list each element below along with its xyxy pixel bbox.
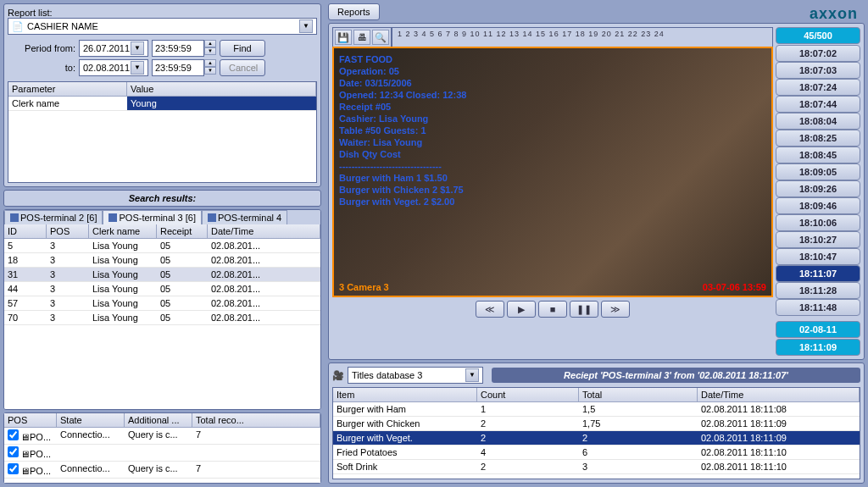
report-list-dropdown[interactable]: 📄 CASHIER NAME ▼ — [8, 18, 317, 35]
timestamp-button[interactable]: 18:09:05 — [776, 163, 860, 180]
find-button[interactable]: Find — [220, 40, 265, 57]
search-results-header: Search results: — [3, 190, 321, 207]
table-row[interactable]: Burger with Ham11,502.08.2011 18:11:08 — [333, 402, 860, 417]
date-to-input[interactable]: 02.08.2011▼ — [79, 59, 148, 76]
col-additional[interactable]: Additional ... — [125, 413, 192, 427]
overlay-line: Dish Qty Cost — [339, 148, 766, 160]
table-row[interactable]: 🖥PO...Connectio...Query is c...7 — [4, 428, 320, 445]
chevron-down-icon: ▼ — [131, 61, 144, 75]
terminal-icon — [10, 213, 19, 222]
rewind-button[interactable]: ≪ — [476, 301, 504, 318]
pos-terminal-tab[interactable]: POS-terminal 3 [6] — [103, 210, 201, 224]
timeline-ruler[interactable]: 1 2 3 4 5 6 7 8 9 10 11 12 13 14 15 16 1… — [392, 27, 773, 47]
chevron-down-icon: ▼ — [299, 19, 313, 33]
col-count[interactable]: Count — [477, 388, 579, 401]
timestamp-button[interactable]: 18:07:24 — [776, 79, 860, 96]
table-row[interactable]: 183Lisa Young0502.08.201... — [4, 253, 320, 268]
table-row[interactable]: 443Lisa Young0502.08.201... — [4, 282, 320, 296]
timestamp-button[interactable]: 18:11:48 — [776, 299, 860, 316]
pos-terminal-tab[interactable]: POS-terminal 4 — [202, 210, 287, 224]
param-name: Clerk name — [8, 97, 127, 110]
table-row[interactable]: Soft Drink2302.08.2011 18:11:10 — [333, 460, 860, 474]
col-state[interactable]: State — [57, 413, 125, 427]
time-from-input[interactable] — [152, 40, 204, 57]
chevron-down-icon: ▼ — [465, 368, 479, 382]
timestamp-button[interactable]: 18:09:46 — [776, 197, 860, 214]
playback-controls: ≪ ▶ ■ ❚❚ ≫ — [332, 297, 773, 321]
results-tabs: POS-terminal 2 [6]POS-terminal 3 [6]POS-… — [4, 210, 320, 224]
report-list-value: CASHIER NAME — [27, 21, 98, 31]
video-panel: 💾 🖶 🔍 1 2 3 4 5 6 7 8 9 10 11 12 13 14 1… — [328, 23, 865, 360]
col-datetime[interactable]: Date/Time — [208, 224, 320, 238]
table-row[interactable]: 573Lisa Young0502.08.201... — [4, 296, 320, 311]
col-total[interactable]: Total — [579, 388, 698, 401]
terminal-icon — [108, 213, 117, 222]
time-to-spinner[interactable]: ▲▼ — [204, 59, 216, 76]
value-header[interactable]: Value — [127, 82, 316, 96]
forward-button[interactable]: ≫ — [601, 301, 630, 318]
pos-checkbox[interactable] — [8, 429, 19, 440]
table-row[interactable]: 🖥PO... — [4, 445, 320, 462]
cancel-button[interactable]: Cancel — [220, 59, 265, 76]
report-list-label: Report list: — [8, 8, 317, 18]
table-row[interactable]: 703Lisa Young0502.08.201... — [4, 311, 320, 325]
timestamp-button[interactable]: 18:08:04 — [776, 113, 860, 130]
current-date-pill: 02-08-11 — [776, 321, 860, 338]
timestamp-button[interactable]: 18:10:47 — [776, 248, 860, 265]
col-datetime2[interactable]: Date/Time — [698, 388, 860, 401]
param-row[interactable]: Clerk name Young — [8, 97, 316, 111]
chevron-down-icon: ▼ — [131, 42, 144, 55]
time-from-spinner[interactable]: ▲▼ — [204, 40, 216, 57]
table-row[interactable]: Burger with Chicken21,7502.08.2011 18:11… — [333, 417, 860, 431]
col-item[interactable]: Item — [333, 388, 477, 401]
overlay-line: Operation: 05 — [339, 65, 766, 77]
overlay-line: Opened: 12:34 Closed: 12:38 — [339, 89, 766, 101]
print-icon[interactable]: 🖶 — [353, 30, 370, 45]
stop-button[interactable]: ■ — [538, 301, 567, 318]
timestamp-button[interactable]: 18:08:25 — [776, 130, 860, 147]
timestamp-button[interactable]: 18:08:45 — [776, 147, 860, 163]
brand-logo: axxon — [810, 5, 858, 23]
timestamp-button[interactable]: 18:11:07 — [776, 265, 860, 282]
terminal-icon — [208, 213, 216, 222]
table-row[interactable]: Fried Potatoes4602.08.2011 18:11:10 — [333, 445, 860, 460]
current-time-pill: 18:11:09 — [776, 339, 860, 356]
results-panel: POS-terminal 2 [6]POS-terminal 3 [6]POS-… — [3, 209, 321, 410]
titles-db-dropdown[interactable]: Titles database 3 ▼ — [348, 367, 483, 384]
zoom-icon[interactable]: 🔍 — [372, 30, 389, 45]
table-row[interactable]: Burger with Veget.2202.08.2011 18:11:09 — [333, 431, 860, 445]
col-total[interactable]: Total reco... — [192, 413, 320, 427]
pause-button[interactable]: ❚❚ — [570, 301, 598, 318]
receipt-panel: 🎥 Titles database 3 ▼ Reciept 'POS-termi… — [328, 362, 865, 484]
pos-checkbox[interactable] — [8, 463, 19, 474]
table-row[interactable]: 🖥PO...Connectio...Query is c...7 — [4, 462, 320, 479]
video-frame[interactable]: FAST FOODOperation: 05Date: 03/15/2006Op… — [332, 47, 773, 297]
timestamp-button[interactable]: 18:07:03 — [776, 62, 860, 79]
timestamp-button[interactable]: 18:10:06 — [776, 214, 860, 231]
play-button[interactable]: ▶ — [507, 301, 536, 318]
param-header[interactable]: Parameter — [8, 82, 127, 96]
col-clerk[interactable]: Clerk name — [89, 224, 157, 238]
save-icon[interactable]: 💾 — [335, 30, 352, 45]
reports-button[interactable]: Reports — [328, 3, 380, 20]
time-to-input[interactable] — [152, 59, 204, 76]
col-pos[interactable]: POS — [47, 224, 89, 238]
col-pos2[interactable]: POS — [4, 413, 57, 427]
date-from-input[interactable]: 26.07.2011▼ — [79, 40, 148, 57]
table-row[interactable]: 313Lisa Young0502.08.201... — [4, 268, 320, 282]
param-value[interactable]: Young — [127, 97, 316, 110]
overlay-line: Date: 03/15/2006 — [339, 77, 766, 89]
timestamp-label: 03-07-06 13:59 — [703, 282, 766, 292]
timestamp-button[interactable]: 18:09:26 — [776, 180, 860, 197]
col-receipt[interactable]: Receipt — [157, 224, 208, 238]
pos-terminal-tab[interactable]: POS-terminal 2 [6] — [4, 210, 103, 224]
timestamp-button[interactable]: 18:11:28 — [776, 282, 860, 299]
results-table: ID POS Clerk name Receipt Date/Time 53Li… — [4, 224, 320, 409]
camera-icon: 🎥 — [332, 370, 344, 381]
timestamp-button[interactable]: 18:07:44 — [776, 96, 860, 113]
table-row[interactable]: 53Lisa Young0502.08.201... — [4, 239, 320, 253]
timestamp-button[interactable]: 18:07:02 — [776, 45, 860, 62]
timestamp-button[interactable]: 18:10:27 — [776, 231, 860, 248]
col-id[interactable]: ID — [4, 224, 47, 238]
pos-checkbox[interactable] — [8, 446, 19, 457]
